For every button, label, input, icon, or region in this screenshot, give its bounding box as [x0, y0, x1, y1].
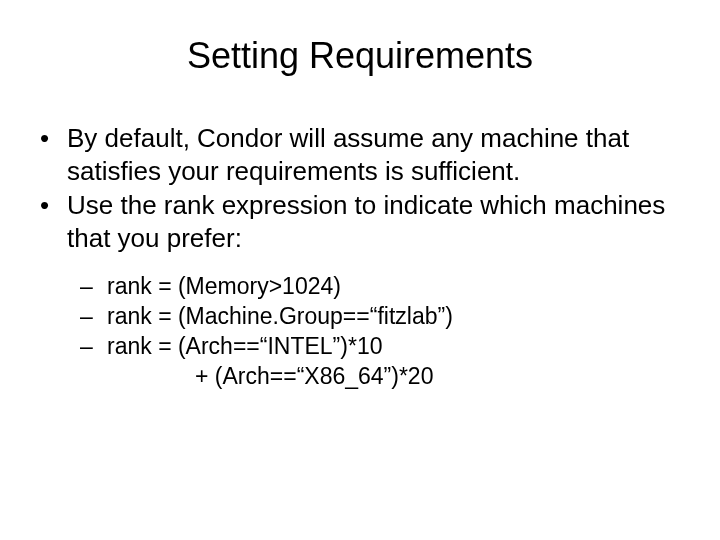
sub-bullet-list: rank = (Memory>1024) rank = (Machine.Gro… — [25, 272, 695, 362]
sub-bullet-item: rank = (Arch==“INTEL”)*10 — [25, 332, 695, 362]
slide-title: Setting Requirements — [25, 35, 695, 77]
sub-bullet-continuation: + (Arch==“X86_64”)*20 — [25, 362, 695, 392]
main-bullet-list: By default, Condor will assume any machi… — [25, 122, 695, 254]
bullet-item: Use the rank expression to indicate whic… — [25, 189, 695, 254]
sub-bullet-item: rank = (Machine.Group==“fitzlab”) — [25, 302, 695, 332]
bullet-item: By default, Condor will assume any machi… — [25, 122, 695, 187]
sub-bullet-item: rank = (Memory>1024) — [25, 272, 695, 302]
